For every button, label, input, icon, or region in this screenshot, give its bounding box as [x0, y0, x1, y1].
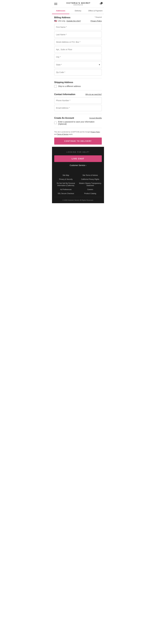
zip-code-input[interactable] [54, 69, 102, 76]
state-container: ▾ [54, 61, 102, 68]
apt-suite-input[interactable] [54, 46, 102, 53]
contact-title: Contact Information [54, 93, 75, 96]
contact-header: Contact Information Why do we need this? [54, 93, 102, 96]
cart-badge: 1 [101, 2, 103, 4]
footer-link[interactable]: California Privacy Rights [79, 178, 102, 180]
header: Victoria's Secret ADDRESS 🛍 1 [52, 0, 104, 8]
zip-code-container [54, 69, 102, 76]
footer: Site MapSite Terms & NoticesPrivacy & Se… [52, 171, 104, 203]
chevron-right-icon: › [86, 164, 86, 166]
privacy-policy-link[interactable]: Privacy Policy [91, 20, 102, 22]
account-header: Create An Account Account Benefits [54, 117, 102, 119]
billing-title: Billing Address [54, 16, 70, 19]
footer-link[interactable]: Product Catalog [79, 192, 102, 195]
country-info: 🇺🇸 USA only. Outside the USA? [54, 20, 81, 22]
footer-link[interactable]: SSL Secure Checkout [54, 192, 77, 195]
ship-different-checkbox[interactable] [54, 85, 57, 88]
last-name-input[interactable] [54, 32, 102, 38]
brand-title: Victoria's Secret ADDRESS [57, 2, 100, 6]
tab-delivery[interactable]: Delivery [69, 8, 87, 14]
billing-header: Billing Address * Required [54, 16, 102, 19]
state-chevron-icon[interactable]: ▾ [97, 61, 102, 68]
footer-link[interactable]: Site Map [54, 174, 77, 176]
divider-2 [54, 90, 102, 90]
save-password-label: Enter a password to save your informatio… [58, 121, 102, 125]
divider-4 [54, 128, 102, 128]
email-container [54, 105, 102, 111]
city-container [54, 54, 102, 60]
brand-name: Victoria's Secret [57, 2, 100, 4]
save-password-checkbox[interactable] [54, 122, 57, 124]
last-name-container [54, 32, 102, 38]
recaptcha-privacy-link[interactable]: Privacy Policy [91, 131, 100, 133]
account-benefits-link[interactable]: Account Benefits [89, 117, 102, 119]
recaptcha-text: This site is protected by reCAPTCHA and … [54, 131, 102, 135]
footer-links-grid: Site MapSite Terms & NoticesPrivacy & Se… [54, 174, 102, 195]
footer-link[interactable]: Do Not Sell My Personal Information (Cal… [54, 182, 77, 187]
shipping-address-section: Shipping Address Ship to a different add… [54, 81, 102, 88]
email-input[interactable] [54, 105, 102, 111]
billing-address-section: Billing Address * Required 🇺🇸 USA only. … [54, 16, 102, 76]
usa-only-text: USA only. [58, 20, 66, 22]
outside-usa-link[interactable]: Outside the USA? [66, 20, 81, 22]
apt-suite-container [54, 46, 102, 53]
checkout-nav: Addresses Delivery Offers & Payment [52, 8, 104, 14]
customer-service-label: Customer Service [70, 164, 85, 166]
footer-link[interactable]: Ad Preferences [54, 188, 77, 191]
customer-service-link[interactable]: Customer Service › [54, 164, 102, 166]
brand-subtitle: ADDRESS [57, 4, 100, 6]
help-title: LOOKING FOR HELP? [54, 151, 102, 153]
first-name-input[interactable] [54, 24, 102, 30]
footer-link[interactable]: Careers [79, 188, 102, 191]
create-account-section: Create An Account Account Benefits Enter… [54, 117, 102, 125]
ship-to-different-row: Ship to a different address [54, 85, 102, 88]
account-title: Create An Account [54, 117, 74, 119]
recaptcha-suffix: apply. [68, 134, 73, 135]
us-flag-icon: 🇺🇸 [54, 20, 57, 22]
recaptcha-and: and [54, 134, 57, 135]
live-chat-button[interactable]: LIVE CHAT [54, 155, 102, 162]
recaptcha-terms-link[interactable]: Terms of Service [57, 134, 68, 135]
continue-to-delivery-button[interactable]: CONTINUE TO DELIVERY [54, 138, 102, 144]
required-note: * Required [95, 16, 102, 18]
ship-different-label: Ship to a different address [58, 85, 81, 87]
street-address-input[interactable] [54, 39, 102, 45]
tab-addresses[interactable]: Addresses [52, 8, 69, 14]
street-address-container [54, 39, 102, 45]
footer-copyright: © 2020 Victoria's Secret. All Rights Res… [54, 197, 102, 201]
shipping-title: Shipping Address [54, 81, 102, 84]
why-need-link[interactable]: Why do we need this? [86, 94, 102, 96]
main-content: Billing Address * Required 🇺🇸 USA only. … [52, 14, 104, 147]
state-input[interactable] [54, 62, 97, 68]
footer-link[interactable]: Privacy & Security [54, 178, 77, 180]
help-section: LOOKING FOR HELP? LIVE CHAT Customer Ser… [52, 147, 104, 171]
contact-info-section: Contact Information Why do we need this? [54, 93, 102, 111]
recaptcha-prefix: This site is protected by reCAPTCHA and … [54, 131, 91, 133]
cart-icon[interactable]: 🛍 1 [100, 3, 102, 5]
city-input[interactable] [54, 54, 102, 60]
footer-link[interactable]: Modern Slavery Transparency Statement [79, 182, 102, 187]
first-name-container [54, 24, 102, 30]
phone-input[interactable] [54, 97, 102, 104]
tab-offers-payment[interactable]: Offers & Payment [87, 8, 104, 14]
country-row: 🇺🇸 USA only. Outside the USA? Privacy Po… [54, 20, 102, 22]
phone-container [54, 97, 102, 104]
hamburger-menu-icon[interactable] [54, 3, 57, 5]
footer-link[interactable]: Site Terms & Notices [79, 174, 102, 176]
password-checkbox-row: Enter a password to save your informatio… [54, 121, 102, 125]
